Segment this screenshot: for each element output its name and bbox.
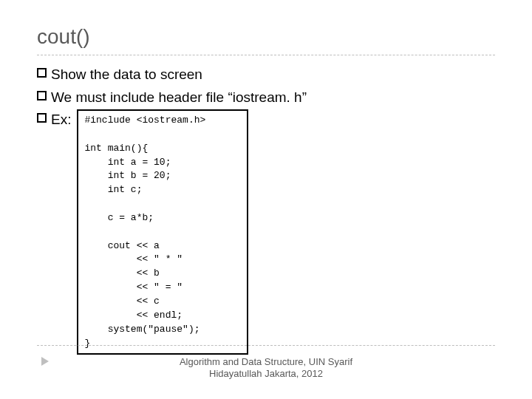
code-box: #include <iostream.h> int main(){ int a … — [77, 109, 248, 355]
square-bullet-icon — [37, 113, 47, 123]
page-title: cout() — [37, 0, 495, 55]
bullet-item: We must include header file “iostream. h… — [37, 87, 495, 109]
bullet-text: Show the data to screen — [51, 64, 202, 86]
square-bullet-icon — [37, 91, 47, 100]
bullet-text: We must include header file “iostream. h… — [51, 87, 307, 109]
footer-line-1: Algorithm and Data Structure, UIN Syarif — [0, 356, 532, 368]
bullet-item: Show the data to screen — [37, 64, 495, 86]
footer-line-2: Hidayatullah Jakarta, 2012 — [0, 368, 532, 380]
bullet-text: Ex: — [51, 109, 71, 131]
bullet-list: Show the data to screen We must include … — [37, 64, 495, 355]
slide: cout() Show the data to screen We must i… — [0, 0, 532, 399]
bullet-item-example: Ex: #include <iostream.h> int main(){ in… — [37, 109, 495, 355]
square-bullet-icon — [37, 68, 47, 78]
code-content: #include <iostream.h> int main(){ int a … — [84, 114, 241, 350]
title-divider — [37, 55, 495, 55]
bottom-divider — [37, 345, 495, 346]
footer: Algorithm and Data Structure, UIN Syarif… — [0, 356, 532, 381]
